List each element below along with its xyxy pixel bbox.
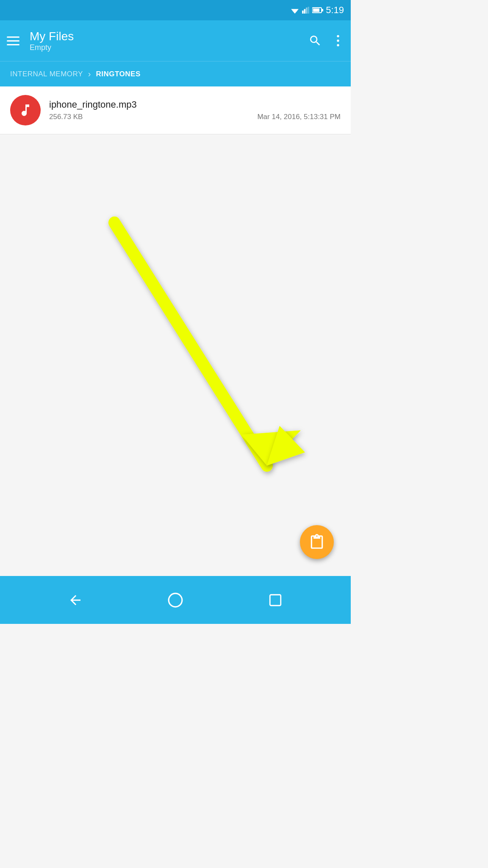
back-arrow-icon (68, 593, 83, 608)
breadcrumb-internal-memory[interactable]: INTERNAL MEMORY (10, 70, 83, 78)
app-bar-title: My Files (30, 29, 302, 44)
file-name: iphone_ringtone.mp3 (49, 99, 341, 110)
file-date: Mar 14, 2016, 5:13:31 PM (257, 113, 341, 121)
music-note-icon (18, 103, 33, 118)
svg-rect-7 (313, 8, 319, 12)
battery-icon (312, 7, 323, 14)
svg-marker-1 (292, 11, 297, 14)
arrow-svg (0, 134, 351, 576)
clipboard-icon (309, 534, 325, 550)
svg-point-11 (337, 44, 339, 46)
hamburger-menu-icon[interactable] (7, 36, 19, 45)
status-icons: 5:19 (290, 5, 344, 16)
svg-point-9 (337, 35, 339, 37)
fab-paste-button[interactable] (300, 525, 334, 559)
file-icon (10, 95, 41, 125)
home-circle-icon (167, 592, 183, 608)
annotation-arrow (0, 134, 351, 576)
file-info: iphone_ringtone.mp3 256.73 KB Mar 14, 20… (49, 99, 341, 121)
svg-point-15 (169, 593, 182, 607)
svg-rect-4 (306, 8, 308, 14)
recent-square-icon (268, 593, 283, 607)
more-vertical-icon[interactable] (332, 34, 344, 47)
file-list: iphone_ringtone.mp3 256.73 KB Mar 14, 20… (0, 86, 351, 134)
file-meta: 256.73 KB Mar 14, 2016, 5:13:31 PM (49, 113, 341, 121)
back-button[interactable] (63, 587, 88, 613)
file-item[interactable]: iphone_ringtone.mp3 256.73 KB Mar 14, 20… (0, 86, 351, 134)
recent-button[interactable] (263, 587, 288, 613)
content-area (0, 134, 351, 576)
svg-rect-3 (304, 9, 306, 14)
breadcrumb-separator: › (88, 69, 91, 79)
status-time: 5:19 (326, 5, 344, 16)
svg-point-10 (337, 39, 339, 42)
svg-rect-5 (308, 7, 310, 14)
svg-marker-13 (241, 430, 301, 465)
search-icon[interactable] (308, 34, 322, 47)
signal-icon (302, 7, 310, 14)
app-bar: My Files Empty (0, 20, 351, 61)
app-bar-title-section: My Files Empty (30, 29, 302, 53)
wifi-icon (290, 7, 299, 14)
svg-marker-14 (267, 426, 305, 466)
app-bar-subtitle: Empty (30, 43, 302, 52)
breadcrumb-ringtones[interactable]: RINGTONES (96, 70, 141, 78)
breadcrumb-bar: INTERNAL MEMORY › RINGTONES (0, 61, 351, 86)
svg-rect-2 (302, 11, 304, 14)
svg-rect-16 (270, 595, 281, 606)
status-bar: 5:19 (0, 0, 351, 20)
home-button[interactable] (163, 587, 188, 613)
svg-line-12 (114, 223, 267, 465)
app-bar-actions (308, 34, 344, 47)
svg-rect-8 (322, 9, 323, 11)
file-size: 256.73 KB (49, 113, 83, 121)
nav-bar (0, 576, 351, 624)
